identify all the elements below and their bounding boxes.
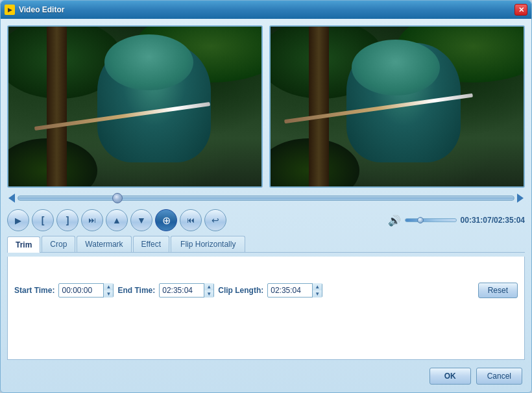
cancel-button[interactable]: Cancel <box>476 368 522 385</box>
avatar-face-2 <box>352 40 441 95</box>
end-time-input[interactable] <box>160 285 204 296</box>
window-body: ▶ [ ] ⏭ ▲ ▼ ⊕ <box>1 19 531 392</box>
clip-length-input-wrap: ▲ ▼ <box>267 283 322 298</box>
start-time-label: Start Time: <box>14 286 54 295</box>
undo-button[interactable]: ↩ <box>204 209 226 231</box>
clip-length-label: Clip Length: <box>218 286 263 295</box>
prev-frame-button[interactable]: ▲ <box>106 209 128 231</box>
timeline-thumb[interactable] <box>112 193 123 203</box>
end-time-down[interactable]: ▼ <box>204 290 213 298</box>
close-button[interactable]: ✕ <box>514 4 527 16</box>
mark-in-button[interactable]: [ <box>32 209 54 231</box>
end-time-input-wrap: ▲ ▼ <box>159 283 214 298</box>
end-time-label: End Time: <box>117 286 155 295</box>
skip-button[interactable]: ⏭ <box>81 209 103 231</box>
app-icon: ▶ <box>5 5 15 15</box>
start-time-input-wrap: ▲ ▼ <box>58 283 114 298</box>
skip-icon: ⏭ <box>88 216 96 225</box>
start-time-spinner: ▲ ▼ <box>103 283 113 298</box>
play-icon: ▶ <box>15 216 21 225</box>
tree-trunk-2 <box>309 27 329 186</box>
tab-flip[interactable]: Flip Horizontally <box>171 236 245 252</box>
prev-frame-icon: ▲ <box>112 215 121 225</box>
time-display: 00:31:07/02:35:04 <box>461 216 525 225</box>
right-video-canvas <box>271 27 524 186</box>
clip-length-up[interactable]: ▲ <box>313 283 322 290</box>
clip-length-spinner: ▲ ▼ <box>312 283 322 298</box>
tab-crop[interactable]: Crop <box>42 236 75 252</box>
next-frame-icon: ▼ <box>137 215 146 225</box>
time-controls-row: Start Time: ▲ ▼ End Time: ▲ ▼ <box>14 283 518 298</box>
tab-effect[interactable]: Effect <box>133 236 169 252</box>
mark-in-icon: [ <box>42 215 45 225</box>
next-frame-button[interactable]: ▼ <box>130 209 152 231</box>
ok-button[interactable]: OK <box>429 368 471 385</box>
return-start-icon: ⏮ <box>187 216 195 225</box>
clip-length-input[interactable] <box>268 285 312 296</box>
mark-out-button[interactable]: ] <box>56 209 79 231</box>
volume-icon: 🔊 <box>388 214 401 227</box>
tab-watermark[interactable]: Watermark <box>77 236 131 252</box>
video-panels <box>7 25 525 188</box>
window-title: Video Editor <box>19 5 514 14</box>
controls-row: ▶ [ ] ⏭ ▲ ▼ ⊕ <box>7 209 525 232</box>
mark-out-icon: ] <box>66 215 69 225</box>
right-video-panel <box>269 25 525 188</box>
volume-section: 🔊 00:31:07/02:35:04 <box>388 214 525 227</box>
tabs-row: Trim Crop Watermark Effect Flip Horizont… <box>7 236 525 253</box>
split-button[interactable]: ⊕ <box>155 209 177 231</box>
tree-trunk <box>47 27 67 186</box>
trim-panel: Start Time: ▲ ▼ End Time: ▲ ▼ <box>7 257 525 360</box>
clip-length-down[interactable]: ▼ <box>313 290 322 298</box>
volume-slider[interactable] <box>405 218 457 222</box>
video-editor-window: ▶ Video Editor ✕ <box>0 0 532 393</box>
avatar-face <box>104 34 193 90</box>
return-start-button[interactable]: ⏮ <box>180 209 202 231</box>
title-bar: ▶ Video Editor ✕ <box>1 1 531 19</box>
end-time-up[interactable]: ▲ <box>204 283 213 290</box>
timeline-arrow-right[interactable] <box>517 194 524 203</box>
timeline-bar <box>7 192 525 205</box>
volume-thumb[interactable] <box>417 217 424 223</box>
undo-icon: ↩ <box>212 215 219 225</box>
start-time-down[interactable]: ▼ <box>104 290 113 298</box>
end-time-spinner: ▲ ▼ <box>204 283 213 298</box>
start-time-up[interactable]: ▲ <box>104 283 113 290</box>
reset-button[interactable]: Reset <box>478 283 518 298</box>
tab-trim[interactable]: Trim <box>7 236 40 253</box>
timeline-arrow-left[interactable] <box>8 194 15 203</box>
bottom-bar: OK Cancel <box>7 364 525 386</box>
timeline-track[interactable] <box>18 196 514 201</box>
split-icon: ⊕ <box>162 214 171 227</box>
play-button[interactable]: ▶ <box>7 209 29 231</box>
left-video-panel <box>7 25 263 188</box>
start-time-input[interactable] <box>59 285 103 296</box>
left-video-canvas <box>8 27 261 186</box>
